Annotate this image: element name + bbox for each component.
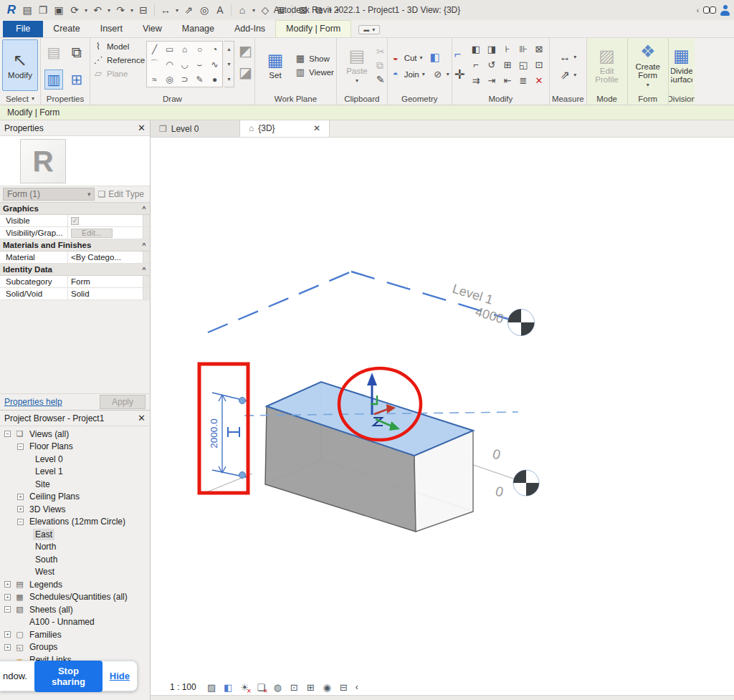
collapse-expander-icon[interactable]: − (17, 444, 24, 450)
offset-icon[interactable]: ⌐ (468, 57, 484, 72)
mirror-pick-icon[interactable]: ◧ (468, 41, 484, 57)
copy-icon[interactable]: ⇉ (468, 72, 484, 88)
reveal-hidden-icon[interactable]: ◉ (321, 681, 333, 694)
viewbar-collapse-icon[interactable]: ‹ (356, 682, 358, 692)
family-types-icon[interactable]: ▤ (47, 44, 61, 61)
split-with-gap-icon[interactable]: ⊪ (515, 41, 531, 57)
default-3d-view-icon[interactable]: ⌂ (235, 3, 249, 17)
surface-tool2-icon[interactable]: ◪ (239, 64, 252, 81)
draw-start-end-arc-icon[interactable]: ⌒ (147, 57, 162, 72)
apply-button[interactable]: Apply (100, 395, 146, 409)
array-icon[interactable]: ⊞ (500, 57, 515, 72)
paste-button[interactable]: ▤ Paste ▾ (339, 39, 375, 91)
undo-icon[interactable]: ↶ (90, 3, 105, 17)
gallery-down-icon[interactable]: ▼ (224, 57, 234, 72)
section-icon[interactable]: ◇ (258, 3, 272, 17)
draw-center-arc-icon[interactable]: ◠ (162, 57, 177, 72)
close-inactive-icon[interactable]: ⊠ (296, 3, 310, 17)
draw-circumscribed-polygon-icon[interactable]: ○ (192, 42, 207, 57)
properties-palette-icon[interactable]: ▥ (44, 69, 64, 90)
draw-partial-ellipse-icon[interactable]: ⊃ (177, 72, 192, 87)
scale-icon[interactable]: ◱ (515, 57, 531, 72)
level1-elevation[interactable]: 4000 (474, 305, 505, 327)
join-geometry-button[interactable]: ◓Join▾ (390, 67, 425, 81)
tree-item-east[interactable]: East (0, 528, 150, 541)
new-window-icon[interactable]: ⧉ (72, 44, 82, 61)
measure-icon[interactable]: ↔ (158, 3, 173, 17)
tab-view[interactable]: View (133, 21, 172, 37)
expand-expander-icon[interactable]: + (4, 631, 11, 638)
property-row[interactable]: Solid/VoidSolid (0, 288, 150, 300)
tag-icon[interactable]: ◎ (197, 3, 211, 17)
hide-link[interactable]: Hide (110, 671, 130, 681)
show-workplane-button[interactable]: ▦Show (295, 52, 334, 65)
level0-label[interactable]: 0 (491, 446, 502, 463)
expand-expander-icon[interactable]: + (17, 494, 24, 500)
property-row[interactable]: SubcategoryForm (0, 276, 150, 288)
tree-item-level1[interactable]: Level 1 (0, 466, 150, 479)
expand-expander-icon[interactable]: + (17, 506, 24, 512)
copy-to-clipboard-icon[interactable]: ⧉ (376, 59, 385, 72)
edit-type-button[interactable]: ❏ Edit Type (97, 189, 147, 199)
detail-level-icon[interactable]: ▨ (206, 681, 218, 694)
cut-geometry-button[interactable]: ◒Cut▾ (390, 51, 423, 64)
draw-line-icon[interactable]: ╱ (147, 42, 162, 57)
rendering-dialog-icon[interactable]: ◍ (272, 681, 284, 694)
draw-plane-button[interactable]: ▱Plane (92, 67, 145, 80)
stop-sharing-button[interactable]: Stop sharing (34, 661, 103, 692)
group-materials[interactable]: Materials and Finishes^ (0, 239, 150, 251)
revit-logo[interactable]: R (4, 3, 19, 17)
draw-tangent-arc-icon[interactable]: ◡ (177, 57, 192, 72)
gallery-expand-icon[interactable]: ▼ (224, 72, 234, 87)
workplane-viewer-button[interactable]: ▥Viewer (295, 65, 334, 79)
tree-item-a100[interactable]: A100 - Unnamed (0, 616, 150, 629)
paint-icon[interactable]: ◧ (430, 51, 440, 64)
split-element-icon[interactable]: ⊦ (500, 41, 515, 57)
tree-item-elevations[interactable]: −Elevations (12mm Circle) (0, 516, 150, 529)
create-form-button[interactable]: ❖ Create Form ▾ (630, 39, 666, 91)
draw-fillet-arc-icon[interactable]: ⌣ (192, 57, 207, 72)
gizmo-z-arrow-icon[interactable] (367, 373, 377, 385)
thin-lines-icon[interactable]: ≣ (274, 3, 288, 17)
property-row[interactable]: Visibility/Grap...Edit... (0, 227, 150, 239)
group-graphics[interactable]: Graphics^ (0, 203, 150, 215)
level1-head-icon[interactable] (508, 310, 535, 336)
project-browser-close-icon[interactable]: ✕ (138, 413, 146, 423)
edit-visibility-button[interactable]: Edit... (71, 229, 113, 238)
mirror-draw-icon[interactable]: ◨ (484, 41, 500, 57)
expand-expander-icon[interactable]: + (4, 581, 11, 588)
expand-expander-icon[interactable]: + (4, 594, 11, 600)
dimension-value[interactable]: 2000.0 (209, 418, 219, 448)
tree-item-site[interactable]: Site (0, 478, 150, 491)
tree-item-west[interactable]: West (0, 566, 150, 579)
demolish-button[interactable]: ⊘▾ (432, 67, 449, 81)
surface-tool-icon[interactable]: ◩ (239, 42, 252, 59)
model-viewport[interactable]: Level 1 4000 0 0 (151, 138, 734, 700)
tree-item-groups[interactable]: +◱Groups (0, 641, 150, 654)
tree-item-south[interactable]: South (0, 553, 150, 566)
undo-caret-icon[interactable]: ▾ (106, 3, 112, 17)
properties-palette-header[interactable]: Properties ✕ (0, 120, 150, 136)
divide-surface-button[interactable]: ▦ Divide Surface (671, 39, 692, 91)
tree-item-views[interactable]: −❏Views (all) (0, 428, 150, 441)
tree-item-level0[interactable]: Level 0 (0, 453, 150, 466)
draw-pick-lines-icon[interactable]: ✎ (192, 72, 207, 87)
level0-line-right[interactable] (470, 464, 513, 479)
unpin-icon[interactable]: ⊠ (531, 41, 547, 57)
move-icon[interactable]: ✛ (454, 67, 465, 82)
tab-file[interactable]: File (3, 21, 43, 37)
tree-item-3d-views[interactable]: +3D Views (0, 503, 150, 516)
search-icon[interactable] (703, 6, 716, 14)
aligned-dimension-icon[interactable]: ⇗ (181, 3, 196, 17)
align-icon[interactable]: ⌐ (454, 48, 465, 61)
draw-rectangle-icon[interactable]: ▭ (162, 42, 177, 57)
dimension-text-grip-icon[interactable] (228, 427, 239, 437)
customize-qat-icon[interactable]: ▾ (335, 3, 340, 17)
redo-caret-icon[interactable]: ▾ (129, 3, 135, 17)
measure-along-element-button[interactable]: ⇗▾ (559, 68, 576, 82)
print-icon[interactable]: ⊟ (136, 3, 151, 17)
text-icon[interactable]: A (213, 3, 227, 17)
redo-icon[interactable]: ↷ (113, 3, 128, 17)
close-view-tab-icon[interactable]: ✕ (300, 123, 320, 133)
level0-head-icon[interactable] (513, 470, 539, 496)
